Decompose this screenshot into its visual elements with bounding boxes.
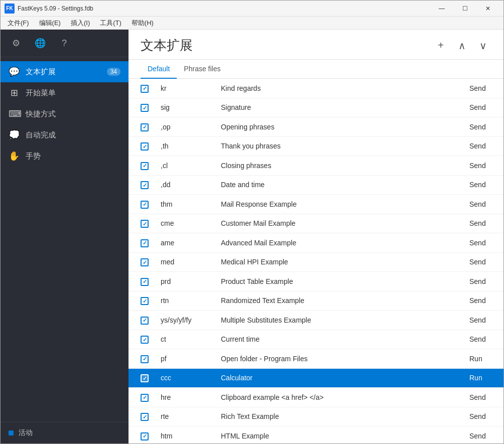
menu-insert[interactable]: 插入(I) (66, 18, 95, 29)
minimize-button[interactable]: — (430, 1, 453, 17)
sidebar-item-auto-complete[interactable]: 💭 自动完成 (1, 124, 129, 145)
table-row[interactable]: pfOpen folder - Program FilesRun (129, 349, 503, 369)
row-action: Send (463, 156, 503, 176)
row-action: Send (463, 136, 503, 156)
main-window: FK FastKeys 5.09 - Settings.fdb — ☐ ✕ 文件… (0, 0, 504, 444)
row-description: Multiple Substitutes Example (215, 311, 463, 330)
row-checkbox[interactable] (141, 413, 149, 421)
row-description: Rich Text Example (215, 407, 463, 426)
app-icon: FK (5, 4, 15, 14)
menu-tools[interactable]: 工具(T) (95, 18, 127, 29)
table-row[interactable]: rtnRandomized Text ExampleSend (129, 291, 503, 311)
window-title: FastKeys 5.09 - Settings.fdb (18, 5, 430, 12)
row-checkbox[interactable] (141, 123, 149, 131)
row-checkbox[interactable] (141, 239, 149, 247)
row-checkbox[interactable] (141, 394, 149, 402)
table-row[interactable]: medMedical HPI ExampleSend (129, 252, 503, 272)
row-key: sig (155, 98, 215, 117)
row-checkbox[interactable] (141, 258, 149, 266)
sidebar-item-shortcuts[interactable]: ⌨ 快捷方式 (1, 103, 129, 124)
table-row[interactable]: prdProduct Table ExampleSend (129, 272, 503, 291)
row-key: ,th (155, 136, 215, 156)
row-checkbox[interactable] (141, 181, 149, 189)
table-row[interactable]: ,thThank you phrasesSend (129, 136, 503, 156)
row-description: Calculator (215, 368, 463, 388)
row-checkbox[interactable] (141, 162, 149, 170)
sidebar: ⚙ 🌐 ? 💬 文本扩展 34 ⊞ 开始菜单 ⌨ 快捷方式 (1, 30, 129, 443)
main-content: ⚙ 🌐 ? 💬 文本扩展 34 ⊞ 开始菜单 ⌨ 快捷方式 (1, 30, 503, 443)
row-checkbox[interactable] (141, 85, 149, 93)
table-row[interactable]: cccCalculatorRun (129, 368, 503, 388)
row-key: ,op (155, 117, 215, 137)
row-action: Send (463, 388, 503, 407)
maximize-button[interactable]: ☐ (453, 1, 476, 17)
row-key: htm (155, 426, 215, 444)
row-key: rtn (155, 291, 215, 311)
table-row[interactable]: thmMail Response ExampleSend (129, 195, 503, 214)
panel-header: 文本扩展 + ∧ ∨ (129, 30, 503, 60)
row-checkbox[interactable] (141, 297, 149, 305)
row-action: Send (463, 252, 503, 272)
row-description: Clipboard example <a href> </a> (215, 388, 463, 407)
row-key: hre (155, 388, 215, 407)
row-description: Kind regards (215, 79, 463, 98)
table-row[interactable]: ,ddDate and timeSend (129, 175, 503, 195)
row-action: Send (463, 214, 503, 233)
row-key: pf (155, 349, 215, 369)
sidebar-item-text-expand[interactable]: 💬 文本扩展 34 (1, 61, 129, 82)
row-action: Send (463, 98, 503, 117)
row-checkbox[interactable] (141, 355, 149, 363)
panel-actions: + ∧ ∨ (432, 37, 491, 54)
row-description: Randomized Text Example (215, 291, 463, 311)
right-panel: 文本扩展 + ∧ ∨ Default Phrase files krKind r… (129, 30, 503, 443)
row-action: Send (463, 233, 503, 253)
table-row[interactable]: htmHTML ExampleSend (129, 426, 503, 444)
row-key: ,cl (155, 156, 215, 176)
table-row[interactable]: ameAdvanced Mail ExampleSend (129, 233, 503, 253)
row-checkbox[interactable] (141, 432, 149, 440)
row-description: Date and time (215, 175, 463, 195)
auto-complete-icon: 💭 (9, 129, 20, 140)
move-up-button[interactable]: ∧ (453, 37, 470, 54)
row-action: Send (463, 407, 503, 426)
table-row[interactable]: cmeCustomer Mail ExampleSend (129, 214, 503, 233)
table-row[interactable]: krKind regardsSend (129, 79, 503, 98)
table-row[interactable]: ys/sy/yf/fyMultiple Substitutes ExampleS… (129, 311, 503, 330)
row-checkbox[interactable] (141, 142, 149, 151)
row-action: Run (463, 368, 503, 388)
row-action: Send (463, 272, 503, 291)
sidebar-item-gestures[interactable]: ✋ 手势 (1, 145, 129, 167)
row-checkbox[interactable] (141, 201, 149, 209)
menu-file[interactable]: 文件(F) (3, 18, 34, 29)
row-description: Product Table Example (215, 272, 463, 291)
row-checkbox[interactable] (141, 104, 149, 112)
row-description: Mail Response Example (215, 195, 463, 214)
table-row[interactable]: ,opOpening phrasesSend (129, 117, 503, 137)
close-button[interactable]: ✕ (476, 1, 499, 17)
row-description: Closing phrases (215, 156, 463, 176)
tab-default[interactable]: Default (141, 60, 177, 79)
row-checkbox[interactable] (141, 374, 149, 382)
row-checkbox[interactable] (141, 220, 149, 228)
settings-icon[interactable]: ⚙ (8, 35, 25, 52)
help-icon[interactable]: ? (56, 35, 73, 52)
menu-help[interactable]: 帮助(H) (127, 18, 159, 29)
table-row[interactable]: ,clClosing phrasesSend (129, 156, 503, 176)
table-row[interactable]: hreClipboard example <a href> </a>Send (129, 388, 503, 407)
row-key: rte (155, 407, 215, 426)
row-description: Thank you phrases (215, 136, 463, 156)
add-button[interactable]: + (432, 37, 449, 54)
row-checkbox[interactable] (141, 278, 149, 286)
menu-edit[interactable]: 编辑(E) (34, 18, 66, 29)
table-row[interactable]: ctCurrent timeSend (129, 330, 503, 349)
row-checkbox[interactable] (141, 336, 149, 344)
status-dot (9, 430, 14, 435)
tab-phrase-files[interactable]: Phrase files (177, 60, 227, 79)
sidebar-item-start-menu[interactable]: ⊞ 开始菜单 (1, 82, 129, 103)
move-down-button[interactable]: ∨ (474, 37, 491, 54)
table-row[interactable]: sigSignatureSend (129, 98, 503, 117)
row-description: Advanced Mail Example (215, 233, 463, 253)
globe-icon[interactable]: 🌐 (32, 35, 49, 52)
table-row[interactable]: rteRich Text ExampleSend (129, 407, 503, 426)
row-checkbox[interactable] (141, 317, 149, 325)
